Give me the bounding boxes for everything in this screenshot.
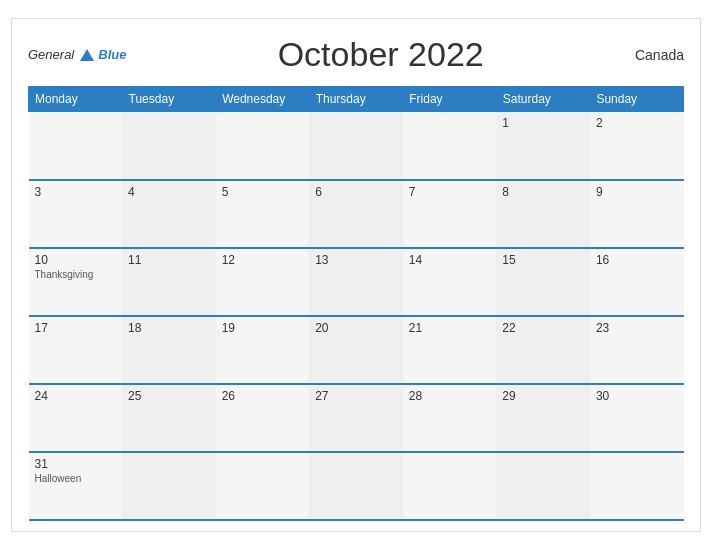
calendar-cell: 28 (403, 384, 497, 452)
logo-blue-text: Blue (98, 47, 126, 62)
calendar-cell: 23 (590, 316, 684, 384)
day-number: 30 (596, 389, 678, 403)
calendar-title: October 2022 (278, 35, 484, 74)
day-number: 4 (128, 185, 210, 199)
day-number: 10 (35, 253, 117, 267)
day-number: 21 (409, 321, 491, 335)
day-number: 2 (596, 116, 678, 130)
day-number: 20 (315, 321, 397, 335)
weekday-header-sunday: Sunday (590, 87, 684, 112)
day-number: 6 (315, 185, 397, 199)
week-row-6: 31Halloween (29, 452, 684, 520)
calendar-cell: 22 (496, 316, 590, 384)
week-row-1: 12 (29, 112, 684, 180)
calendar-cell (590, 452, 684, 520)
calendar-cell: 25 (122, 384, 216, 452)
day-event: Thanksgiving (35, 269, 117, 280)
calendar-header: General Blue October 2022 Canada (28, 35, 684, 74)
week-row-2: 3456789 (29, 180, 684, 248)
calendar-cell: 31Halloween (29, 452, 123, 520)
day-number: 14 (409, 253, 491, 267)
day-number: 7 (409, 185, 491, 199)
day-number: 19 (222, 321, 304, 335)
logo-general-text: General (28, 47, 74, 62)
calendar-cell: 11 (122, 248, 216, 316)
calendar-cell: 3 (29, 180, 123, 248)
day-number: 17 (35, 321, 117, 335)
calendar-cell: 26 (216, 384, 310, 452)
day-event: Halloween (35, 473, 117, 484)
calendar-cell: 1 (496, 112, 590, 180)
day-number: 27 (315, 389, 397, 403)
day-number: 24 (35, 389, 117, 403)
weekday-header-monday: Monday (29, 87, 123, 112)
day-number: 25 (128, 389, 210, 403)
day-number: 8 (502, 185, 584, 199)
day-number: 18 (128, 321, 210, 335)
calendar-cell: 7 (403, 180, 497, 248)
day-number: 13 (315, 253, 397, 267)
calendar-cell: 9 (590, 180, 684, 248)
calendar-cell (216, 112, 310, 180)
calendar-cell (309, 112, 403, 180)
calendar-cell (403, 452, 497, 520)
calendar-cell: 13 (309, 248, 403, 316)
calendar-cell (122, 112, 216, 180)
calendar-cell: 4 (122, 180, 216, 248)
week-row-4: 17181920212223 (29, 316, 684, 384)
calendar-container: General Blue October 2022 Canada MondayT… (11, 18, 701, 532)
day-number: 22 (502, 321, 584, 335)
day-number: 15 (502, 253, 584, 267)
calendar-cell: 20 (309, 316, 403, 384)
logo: General Blue (28, 47, 126, 62)
day-number: 31 (35, 457, 117, 471)
calendar-cell: 16 (590, 248, 684, 316)
calendar-cell (29, 112, 123, 180)
day-number: 9 (596, 185, 678, 199)
day-number: 3 (35, 185, 117, 199)
day-number: 23 (596, 321, 678, 335)
calendar-cell (216, 452, 310, 520)
country-label: Canada (635, 47, 684, 63)
weekday-header-row: MondayTuesdayWednesdayThursdayFridaySatu… (29, 87, 684, 112)
day-number: 5 (222, 185, 304, 199)
weekday-header-wednesday: Wednesday (216, 87, 310, 112)
week-row-5: 24252627282930 (29, 384, 684, 452)
calendar-cell: 15 (496, 248, 590, 316)
calendar-cell: 12 (216, 248, 310, 316)
weekday-header-friday: Friday (403, 87, 497, 112)
day-number: 28 (409, 389, 491, 403)
day-number: 16 (596, 253, 678, 267)
calendar-cell (309, 452, 403, 520)
calendar-cell: 30 (590, 384, 684, 452)
calendar-cell: 21 (403, 316, 497, 384)
calendar-cell: 19 (216, 316, 310, 384)
week-row-3: 10Thanksgiving111213141516 (29, 248, 684, 316)
calendar-cell (403, 112, 497, 180)
calendar-cell: 17 (29, 316, 123, 384)
calendar-cell (122, 452, 216, 520)
day-number: 26 (222, 389, 304, 403)
calendar-cell: 8 (496, 180, 590, 248)
day-number: 1 (502, 116, 584, 130)
calendar-cell: 10Thanksgiving (29, 248, 123, 316)
logo-triangle-icon (80, 49, 94, 61)
calendar-cell: 6 (309, 180, 403, 248)
calendar-cell: 5 (216, 180, 310, 248)
weekday-header-thursday: Thursday (309, 87, 403, 112)
weekday-header-tuesday: Tuesday (122, 87, 216, 112)
calendar-cell: 14 (403, 248, 497, 316)
calendar-cell (496, 452, 590, 520)
calendar-cell: 2 (590, 112, 684, 180)
calendar-cell: 29 (496, 384, 590, 452)
calendar-cell: 27 (309, 384, 403, 452)
calendar-cell: 24 (29, 384, 123, 452)
day-number: 11 (128, 253, 210, 267)
calendar-cell: 18 (122, 316, 216, 384)
weekday-header-saturday: Saturday (496, 87, 590, 112)
day-number: 29 (502, 389, 584, 403)
day-number: 12 (222, 253, 304, 267)
calendar-table: MondayTuesdayWednesdayThursdayFridaySatu… (28, 86, 684, 521)
